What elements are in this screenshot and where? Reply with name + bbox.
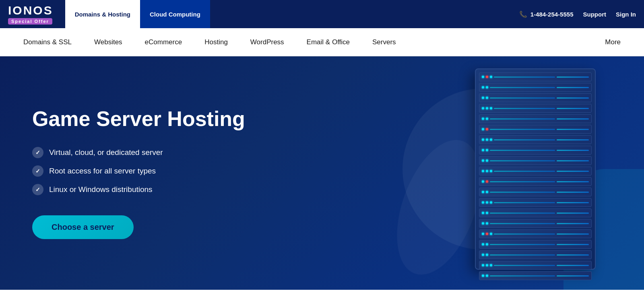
sec-nav-more[interactable]: More (594, 38, 632, 46)
sec-nav-servers[interactable]: Servers (361, 28, 407, 56)
check-icon-3 (32, 184, 43, 195)
feature-text-3: Linux or Windows distributions (49, 185, 153, 194)
feature-text-2: Root access for all server types (49, 167, 156, 175)
feature-text-1: Virtual, cloud, or dedicated server (49, 148, 163, 157)
check-icon-1 (32, 147, 43, 158)
server-unit (479, 125, 592, 134)
support-link[interactable]: Support (583, 11, 607, 18)
feature-item-2: Root access for all server types (32, 165, 245, 177)
server-unit (479, 135, 592, 144)
server-unit (479, 104, 592, 113)
feature-item-1: Virtual, cloud, or dedicated server (32, 147, 245, 158)
server-unit (479, 261, 592, 270)
hero-title: Game Server Hosting (32, 107, 245, 131)
phone-number: 1-484-254-5555 (530, 11, 574, 18)
server-unit (479, 208, 592, 217)
server-unit (479, 250, 592, 259)
sec-nav-ecommerce[interactable]: eCommerce (134, 28, 194, 56)
secondary-navigation: Domains & SSL Websites eCommerce Hosting… (0, 28, 644, 56)
server-unit (479, 93, 592, 102)
server-unit (479, 198, 592, 207)
server-unit (479, 167, 592, 175)
server-unit (479, 271, 592, 280)
server-unit (479, 72, 592, 81)
choose-server-button[interactable]: Choose a server (32, 215, 134, 239)
server-unit (479, 177, 592, 186)
top-navigation: Domains & Hosting Cloud Computing (65, 0, 210, 28)
server-unit (479, 240, 592, 249)
server-unit (479, 83, 592, 92)
server-rack (475, 68, 596, 270)
hero-content: Game Server Hosting Virtual, cloud, or d… (32, 107, 245, 239)
logo[interactable]: IONOS Special Offer (8, 4, 53, 25)
phone-icon: 📞 (519, 10, 527, 18)
server-unit (479, 188, 592, 196)
nav-item-domains-hosting[interactable]: Domains & Hosting (65, 0, 140, 28)
server-rack-illustration (475, 68, 612, 278)
check-icon-2 (32, 165, 43, 177)
sec-nav-websites[interactable]: Websites (83, 28, 134, 56)
hero-features: Virtual, cloud, or dedicated server Root… (32, 147, 245, 195)
top-bar: IONOS Special Offer Domains & Hosting Cl… (0, 0, 644, 28)
phone-area: 📞 1-484-254-5555 (519, 10, 574, 18)
server-unit (479, 114, 592, 123)
sec-nav-wordpress[interactable]: WordPress (239, 28, 295, 56)
sec-nav-email-office[interactable]: Email & Office (295, 28, 361, 56)
server-unit (479, 146, 592, 155)
server-unit (479, 156, 592, 165)
sec-nav-domains-ssl[interactable]: Domains & SSL (12, 28, 83, 56)
special-offer-badge: Special Offer (8, 18, 52, 25)
logo-text: IONOS (8, 4, 53, 17)
server-unit (479, 229, 592, 238)
top-right-area: 📞 1-484-254-5555 Support Sign In (519, 10, 636, 18)
nav-item-cloud-computing[interactable]: Cloud Computing (140, 0, 210, 28)
server-unit (479, 219, 592, 228)
sec-nav-hosting[interactable]: Hosting (193, 28, 239, 56)
feature-item-3: Linux or Windows distributions (32, 184, 245, 195)
hero-section: Game Server Hosting Virtual, cloud, or d… (0, 56, 644, 290)
signin-link[interactable]: Sign In (616, 11, 636, 18)
